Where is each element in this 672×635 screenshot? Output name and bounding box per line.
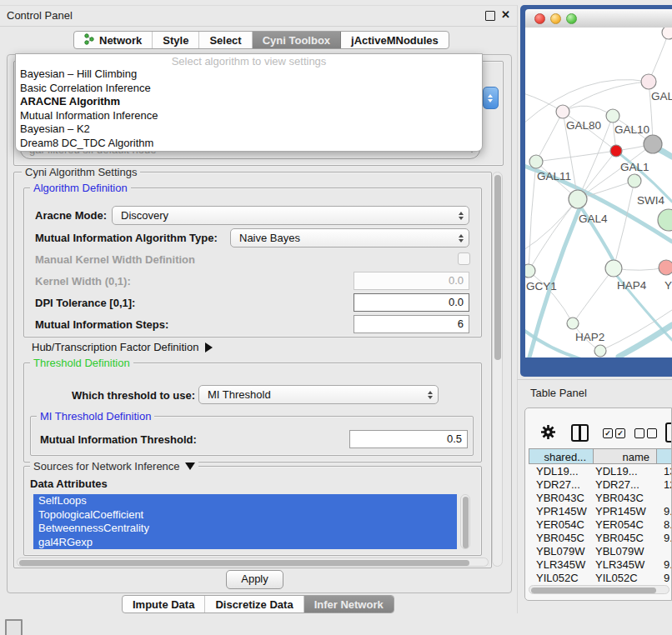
network-edge[interactable]	[573, 268, 614, 323]
panel-divider	[517, 379, 672, 380]
attributes-list-scrollbar[interactable]	[460, 494, 470, 549]
algorithm-menu-item[interactable]: Bayesian – Hill Climbing	[16, 68, 482, 82]
network-edge[interactable]	[529, 271, 573, 323]
mi-steps-field[interactable]: 6	[354, 315, 469, 333]
network-window-titlebar[interactable]	[525, 9, 672, 28]
table-row[interactable]: YPR145WYPR145W9.	[529, 505, 672, 518]
attribute-list-item[interactable]: BetweennessCentrality	[33, 522, 457, 536]
network-edge[interactable]	[525, 199, 578, 250]
columns-icon[interactable]	[571, 424, 589, 442]
table-cell: YBR045C	[595, 532, 657, 545]
network-edge[interactable]	[614, 181, 634, 268]
kernel-width-field[interactable]: 0.0	[354, 272, 469, 290]
table-row[interactable]: YER054CYER054C8.	[529, 518, 672, 532]
dpi-tolerance-field[interactable]: 0.0	[354, 293, 469, 312]
network-node-hap4[interactable]	[605, 260, 622, 277]
network-node-gal[interactable]	[641, 74, 656, 89]
node-label: GAL11	[537, 170, 571, 182]
tab-label: Infer Network	[314, 598, 384, 611]
unchecked-checkbox-icon[interactable]	[647, 428, 657, 438]
settings-vertical-scrollbar[interactable]	[492, 172, 503, 567]
which-threshold-combo[interactable]: MI Threshold	[198, 385, 439, 404]
algorithm-menu-item[interactable]: Bayesian – K2	[16, 122, 482, 137]
mi-type-combo[interactable]: Naive Bayes	[230, 228, 469, 248]
network-node-y[interactable]	[659, 260, 672, 275]
manual-kernel-checkbox[interactable]	[458, 252, 470, 265]
algorithm-combo-spinner[interactable]	[483, 87, 499, 109]
table-horizontal-scrollbar[interactable]	[529, 585, 669, 594]
node-attribute-table[interactable]: shared...name YDL19...YDL19...13YDR27...…	[529, 448, 672, 583]
algorithm-menu-item[interactable]: Basic Correlation Inference	[16, 82, 482, 96]
attribute-list-item[interactable]: gal4RGexp	[33, 536, 457, 550]
table-row[interactable]: YDR27...YDR27...12	[529, 478, 672, 492]
mi-threshold-field[interactable]: 0.5	[349, 430, 468, 448]
control-panel-dock: Control Panel ✕ Network Style Select Cyn…	[0, 5, 518, 613]
network-node-hap2[interactable]	[567, 318, 579, 329]
data-attributes-list[interactable]: SelfLoopsTopologicalCoefficientBetweenne…	[33, 494, 457, 549]
attribute-list-item[interactable]: TopologicalCoefficient	[33, 508, 457, 522]
network-node-gal80[interactable]	[556, 105, 569, 118]
network-edge[interactable]	[563, 82, 649, 112]
aracne-mode-combo[interactable]: Discovery	[112, 206, 469, 225]
network-node-gal1[interactable]	[610, 145, 622, 157]
tab-infer-network[interactable]: Infer Network	[304, 596, 394, 612]
checked-checkbox-icon[interactable]: ✓	[603, 428, 613, 438]
table-cell: 13	[664, 465, 672, 478]
network-edge[interactable]	[536, 151, 616, 162]
unchecked-checkbox-icon[interactable]	[634, 428, 644, 438]
zoom-traffic-light-icon[interactable]	[566, 13, 577, 24]
tab-network[interactable]: Network	[74, 32, 153, 48]
table-row[interactable]: YLR345WYLR345W9.	[529, 558, 672, 572]
network-node-swi4[interactable]	[628, 174, 641, 188]
table-row[interactable]: YBR045CYBR045C9.	[529, 532, 672, 545]
data-attributes-label: Data Attributes	[30, 478, 108, 490]
network-node[interactable]	[658, 209, 672, 231]
table-column-header[interactable]: name	[594, 448, 657, 464]
settings-horizontal-scrollbar[interactable]	[17, 558, 489, 567]
minimized-panel-icon[interactable]	[5, 619, 23, 635]
network-edge[interactable]	[563, 106, 613, 116]
tab-cyni-toolbox[interactable]: Cyni Toolbox	[253, 32, 341, 48]
network-canvas[interactable]: GALGAL80GAL10GAL1GAL11SWI4GAL4GCY1HAP4YH…	[525, 28, 672, 358]
network-node-gcy1[interactable]	[525, 264, 535, 278]
tab-select[interactable]: Select	[199, 32, 252, 48]
network-node[interactable]	[594, 345, 606, 357]
network-edge[interactable]	[619, 325, 672, 357]
close-icon[interactable]: ✕	[501, 8, 510, 21]
attribute-list-item[interactable]: SelfLoops	[33, 494, 457, 508]
hub-tf-definition-toggle[interactable]: Hub/Transcription Factor Definition	[32, 341, 213, 353]
minimize-traffic-light-icon[interactable]	[550, 13, 561, 24]
tab-jactivemnodules[interactable]: jActiveMNodules	[341, 32, 449, 48]
network-node-gal11[interactable]	[529, 155, 543, 168]
table-row[interactable]: YDL19...YDL19...13	[529, 465, 672, 478]
network-node[interactable]	[644, 135, 662, 153]
algorithm-menu-item[interactable]: Dream8 DC_TDC Algorithm	[16, 137, 482, 151]
table-row[interactable]: YBL079WYBL079W	[529, 545, 672, 558]
network-node[interactable]	[662, 28, 672, 39]
network-node-gal10[interactable]	[606, 109, 619, 122]
table-column-header[interactable]: shared...	[529, 448, 594, 464]
algorithm-menu-item[interactable]: Mutual Information Inference	[16, 109, 482, 123]
tab-impute-data[interactable]: Impute Data	[123, 596, 205, 612]
table-cell: YER054C	[536, 518, 594, 532]
close-traffic-light-icon[interactable]	[534, 13, 545, 24]
table-cell: YDR27...	[536, 478, 594, 492]
network-edge[interactable]	[536, 112, 563, 162]
sources-group-title[interactable]: Sources for Network Inference	[30, 460, 198, 472]
table-row[interactable]: YBR043CYBR043C	[529, 492, 672, 505]
float-window-icon[interactable]	[485, 11, 495, 21]
network-edge[interactable]	[529, 162, 536, 271]
algorithm-menu-item[interactable]: ARACNE Algorithm	[16, 95, 482, 109]
tab-label: jActiveMNodules	[351, 34, 439, 47]
checked-checkbox-icon[interactable]: ✓	[615, 428, 625, 438]
gear-icon[interactable]	[540, 424, 556, 443]
table-column-header[interactable]	[657, 448, 672, 464]
table-row[interactable]: YIL052CYIL052C9	[529, 572, 672, 583]
document-icon[interactable]	[665, 422, 672, 442]
apply-button[interactable]: Apply	[226, 570, 283, 589]
tab-discretize-data[interactable]: Discretize Data	[205, 596, 303, 612]
table-cell: YIL052C	[595, 572, 657, 583]
mi-threshold-label: Mutual Information Threshold:	[40, 433, 197, 446]
tab-style[interactable]: Style	[153, 32, 199, 48]
network-node-gal4[interactable]	[569, 190, 587, 208]
